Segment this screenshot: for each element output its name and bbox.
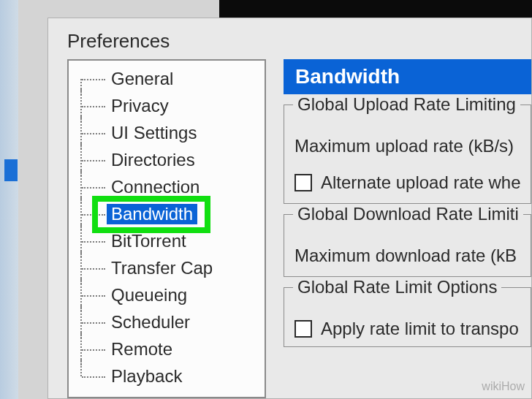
tree-connector-icon bbox=[79, 254, 107, 281]
tree-item-bittorrent[interactable]: BitTorrent bbox=[69, 227, 265, 254]
panel-header: Bandwidth bbox=[284, 59, 531, 94]
tree-item-label: Connection bbox=[107, 177, 204, 197]
dialog-title: Preferences bbox=[67, 30, 170, 53]
tree-item-transfer-cap[interactable]: Transfer Cap bbox=[69, 254, 265, 281]
tree-item-ui-settings[interactable]: UI Settings bbox=[69, 119, 265, 146]
tree-item-label: Playback bbox=[107, 366, 186, 387]
tree-item-connection[interactable]: Connection bbox=[69, 173, 265, 200]
tree-item-scheduler[interactable]: Scheduler bbox=[69, 308, 265, 335]
group-global-download: Global Download Rate Limiti Maximum down… bbox=[284, 214, 531, 277]
tree-item-privacy[interactable]: Privacy bbox=[69, 92, 265, 119]
outer-app-strip bbox=[0, 0, 18, 399]
tree-connector-icon bbox=[79, 92, 107, 119]
tree-item-label: Directories bbox=[107, 150, 200, 170]
tree-item-label: General bbox=[107, 69, 178, 89]
apply-rate-limit-row[interactable]: Apply rate limit to transpo bbox=[294, 319, 520, 339]
group-rate-limit-options: Global Rate Limit Options Apply rate lim… bbox=[284, 287, 531, 347]
tree-connector-icon bbox=[79, 119, 107, 146]
alternate-upload-rate-checkbox[interactable] bbox=[294, 174, 312, 191]
preferences-dialog: Preferences GeneralPrivacyUI SettingsDir… bbox=[48, 18, 532, 399]
tree-item-label: Transfer Cap bbox=[107, 258, 217, 278]
tree-item-label: Bandwidth bbox=[107, 204, 197, 224]
tree-item-remote[interactable]: Remote bbox=[69, 335, 265, 362]
tree-item-bandwidth[interactable]: Bandwidth bbox=[69, 200, 265, 227]
dialog-body: GeneralPrivacyUI SettingsDirectoriesConn… bbox=[67, 59, 531, 398]
group-title: Global Download Rate Limiti bbox=[293, 204, 523, 224]
max-upload-rate-label: Maximum upload rate (kB/s) bbox=[294, 136, 520, 156]
tree-item-label: BitTorrent bbox=[107, 231, 191, 251]
tree-item-playback[interactable]: Playback bbox=[69, 362, 265, 390]
tree-connector-icon bbox=[79, 227, 107, 254]
tree-item-label: Privacy bbox=[107, 96, 173, 116]
group-title: Global Upload Rate Limiting bbox=[293, 94, 520, 115]
alternate-upload-rate-label: Alternate upload rate whe bbox=[321, 172, 521, 193]
tree-item-label: Queueing bbox=[107, 285, 191, 305]
tree-connector-icon bbox=[79, 200, 107, 227]
tree-item-label: Scheduler bbox=[107, 312, 194, 332]
outer-app-selected-indicator bbox=[4, 159, 18, 181]
group-global-upload: Global Upload Rate Limiting Maximum uplo… bbox=[284, 104, 531, 204]
tree-connector-icon bbox=[79, 308, 107, 335]
tree-connector-icon bbox=[79, 146, 107, 173]
alternate-upload-rate-row[interactable]: Alternate upload rate whe bbox=[294, 172, 520, 193]
tree-item-queueing[interactable]: Queueing bbox=[69, 281, 265, 308]
tree-item-directories[interactable]: Directories bbox=[69, 146, 265, 173]
tree-connector-icon bbox=[79, 362, 107, 390]
settings-content: Bandwidth Global Upload Rate Limiting Ma… bbox=[284, 59, 531, 398]
category-tree: GeneralPrivacyUI SettingsDirectoriesConn… bbox=[67, 59, 266, 398]
tree-connector-icon bbox=[79, 281, 107, 308]
apply-rate-limit-checkbox[interactable] bbox=[294, 320, 312, 338]
group-title: Global Rate Limit Options bbox=[293, 277, 501, 297]
tree-connector-icon bbox=[79, 173, 107, 200]
tree-connector-icon bbox=[79, 335, 107, 362]
tree-connector-icon bbox=[79, 65, 107, 92]
tree-item-label: UI Settings bbox=[107, 123, 201, 143]
tree-item-label: Remote bbox=[107, 339, 177, 360]
tree-item-general[interactable]: General bbox=[69, 65, 265, 92]
apply-rate-limit-label: Apply rate limit to transpo bbox=[321, 319, 519, 339]
max-download-rate-label: Maximum download rate (kB bbox=[294, 246, 520, 266]
